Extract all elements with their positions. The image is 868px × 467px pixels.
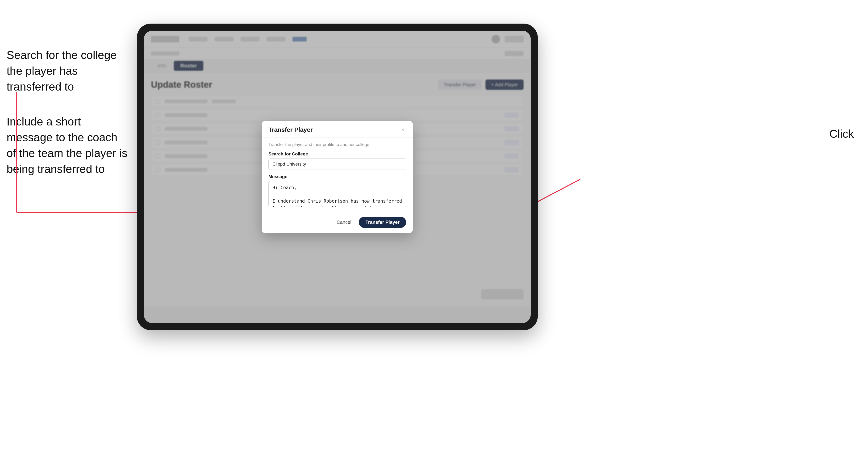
modal-footer: Cancel Transfer Player (262, 213, 413, 233)
message-label: Message (269, 174, 406, 179)
modal-close-button[interactable]: × (400, 126, 406, 133)
transfer-player-modal: Transfer Player × Transfer the player an… (262, 121, 413, 233)
message-textarea[interactable]: Hi Coach, I understand Chris Robertson h… (269, 181, 406, 207)
annotation-search-text: Search for the college the player has tr… (7, 47, 129, 95)
modal-title: Transfer Player (269, 126, 313, 133)
transfer-player-button-modal[interactable]: Transfer Player (359, 217, 406, 228)
cancel-button[interactable]: Cancel (333, 217, 355, 227)
college-label: Search for College (269, 151, 406, 157)
annotation-message-text: Include a short message to the coach of … (7, 114, 129, 177)
tablet-screen: Info Roster Update Roster Transfer Playe… (144, 31, 531, 323)
modal-subtitle: Transfer the player and their profile to… (269, 142, 406, 147)
modal-header: Transfer Player × (262, 121, 413, 137)
annotation-left-top: Search for the college the player has tr… (7, 47, 129, 177)
tablet-device: Info Roster Update Roster Transfer Playe… (137, 24, 538, 330)
modal-body: Transfer the player and their profile to… (262, 137, 413, 213)
modal-overlay: Transfer Player × Transfer the player an… (144, 31, 531, 323)
annotation-right: Click (829, 127, 854, 140)
college-search-input[interactable] (269, 158, 406, 170)
